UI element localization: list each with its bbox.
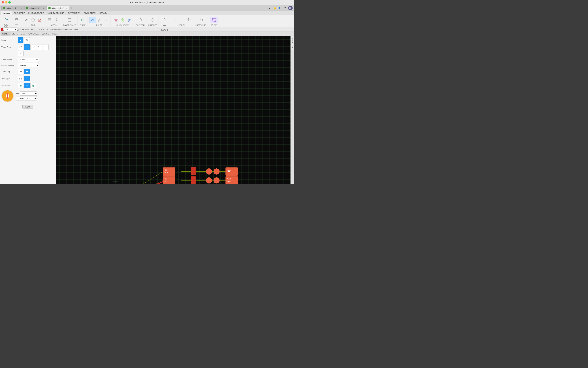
ribbon-group-layers: LAYERS (45, 16, 61, 26)
done-button[interactable]: Done (22, 105, 33, 109)
ribbon-group-polygon: POLYGON (135, 16, 146, 26)
ribbon-group-edit: EDIT (22, 16, 44, 26)
via-auto-select[interactable]: auto manual (20, 91, 37, 96)
corner-radius-select[interactable]: 100 mil 50 mil (18, 63, 39, 67)
via-shape-square-btn[interactable] (18, 83, 23, 88)
svg-text:P$13: P$13 (227, 178, 231, 180)
tab-close-2[interactable]: × (43, 7, 44, 9)
close-button[interactable] (2, 1, 4, 3)
ribbon-tab-simulation[interactable]: SIMULATION (82, 11, 97, 15)
cloud-icon[interactable]: ☁ (267, 6, 272, 10)
svg-rect-6 (7, 26, 8, 27)
trace-bend-diag1-btn[interactable] (30, 44, 36, 50)
canvas-area[interactable]: + U$2 R1 EDFAB12 P$1 N$10 P$2 (56, 36, 290, 184)
join-type-controls (18, 76, 30, 81)
route-cut-btn[interactable] (96, 17, 103, 23)
trace-bend-flat-btn[interactable] (18, 44, 23, 50)
ribbon-group-layers-label: LAYERS (50, 24, 56, 26)
command-input-area (37, 28, 293, 31)
via-shape-controls (18, 83, 36, 88)
new-tab-button[interactable]: + (70, 6, 74, 10)
svg-rect-53 (20, 85, 21, 86)
route-via-btn[interactable] (103, 17, 109, 23)
minimize-button[interactable] (5, 1, 7, 3)
ribbon-group-route-label: ROUTE (96, 24, 102, 26)
trace-bend-corner-btn[interactable] (43, 44, 49, 50)
trace-bend-rect-btn[interactable] (24, 44, 30, 50)
tab-schematic1-v2-1[interactable]: schematic1 v2* × (1, 6, 24, 10)
ribbon-group-switch: SWITCH (1, 16, 11, 26)
route-btn[interactable] (89, 17, 96, 23)
edit-btn[interactable] (23, 17, 30, 23)
rou-tab[interactable]: ROU... (51, 32, 60, 36)
notification-icon[interactable]: 🔔 (272, 6, 277, 10)
switch-btn[interactable] (3, 16, 9, 22)
shortcuts-btn[interactable] (197, 17, 205, 23)
quick-route-btn3[interactable] (126, 17, 132, 23)
trace-bend-curve-btn[interactable] (18, 51, 24, 56)
ribbon-tab-automation[interactable]: AUTOMATION (66, 11, 82, 15)
polygon-btn[interactable] (137, 17, 143, 23)
via-drill-select[interactable]: 13.77953 mil (16, 96, 37, 101)
svg-rect-17 (48, 18, 51, 19)
layers-settings-btn[interactable] (53, 17, 60, 23)
quick-route-btn1[interactable] (113, 17, 119, 23)
right-pads: P$14 P$13 GND P$12 P$11 P$10 P$9 P$8 N$1… (225, 167, 238, 184)
rework-btn2[interactable] (161, 22, 167, 29)
view-btn[interactable] (13, 16, 20, 22)
layer-selector[interactable]: 1 Top2 Bottom (4, 28, 17, 31)
tab-icon-2 (26, 7, 28, 9)
quick-route-btn2[interactable] (119, 17, 126, 23)
select-btn[interactable] (210, 17, 218, 23)
loop-off-btn[interactable] (24, 37, 30, 43)
ribbon-tab-rules[interactable]: RULES DRC/ERC (26, 11, 46, 15)
user-avatar[interactable]: SL (288, 6, 293, 10)
edit-add-btn[interactable] (30, 17, 36, 23)
ribbon-tab-library[interactable]: LIBRARY (97, 11, 109, 15)
place-btn[interactable] (79, 17, 86, 23)
trace-cap-round-btn[interactable] (24, 69, 30, 74)
trace-width-select[interactable]: 16 mil 8 mil 32 mil (18, 58, 39, 62)
ribbon-tab-design[interactable]: DESIGN (1, 11, 12, 15)
svg-point-7 (16, 18, 17, 19)
trace-cap-flat-btn[interactable] (18, 69, 23, 74)
trace-bend-diag2-btn[interactable] (37, 44, 42, 50)
tab-schematic1-v2-3[interactable]: schematic1 v2* × (46, 6, 69, 10)
ribbon-tab-document[interactable]: DOCUMENT (12, 11, 26, 15)
unroute-btn[interactable] (149, 17, 156, 23)
help-icon[interactable]: ? (283, 6, 287, 10)
board-shape-btn[interactable] (65, 17, 74, 23)
disp-tab[interactable]: DISP... (10, 32, 19, 36)
modify-move-btn[interactable] (172, 17, 178, 23)
inspector-panel[interactable]: INSPECTOR (291, 36, 294, 50)
desig-tab[interactable]: DESIG... (40, 32, 51, 36)
join-type-round-btn[interactable] (24, 76, 30, 81)
svg-rect-8 (15, 24, 18, 27)
via-shape-annular-btn[interactable] (30, 83, 36, 88)
command-input[interactable] (37, 28, 293, 30)
svg-point-55 (26, 85, 28, 86)
tab-close-3[interactable]: × (66, 7, 67, 9)
svg-rect-114 (191, 176, 196, 184)
place-co-tab[interactable]: PLACE CO... (26, 32, 40, 36)
ribbon-group-shortcuts-label: SHORTCUTS (195, 24, 206, 26)
edit-delete-btn[interactable] (36, 17, 43, 23)
via-shape-circle-btn[interactable] (24, 83, 30, 88)
join-type-miter-btn[interactable] (18, 76, 23, 81)
modify-rotate-btn[interactable] (179, 17, 185, 23)
tab-schematic1-v2-2[interactable]: schematic1 v2 × (24, 6, 46, 10)
er-tab[interactable]: ER... (19, 32, 26, 36)
ribbon-tab-manufacturing[interactable]: MANUFACTURING (46, 11, 66, 15)
modify-properties-btn[interactable] (185, 17, 192, 23)
corner-radius-label: Corner Radius (1, 64, 17, 66)
cursor (113, 179, 118, 184)
layers-btn[interactable] (46, 17, 53, 23)
maximize-button[interactable] (9, 1, 11, 3)
tab-close-1[interactable]: × (21, 7, 22, 9)
analysis-tabs: ANAL... DISP... ER... PLACE CO... DESIG.… (0, 32, 294, 36)
trace-bend-row2 (18, 51, 54, 56)
rework-btn1[interactable] (161, 16, 167, 22)
anal-tab[interactable]: ANAL... (1, 32, 10, 36)
loop-on-btn[interactable] (18, 37, 23, 43)
svg-marker-33 (139, 18, 142, 21)
